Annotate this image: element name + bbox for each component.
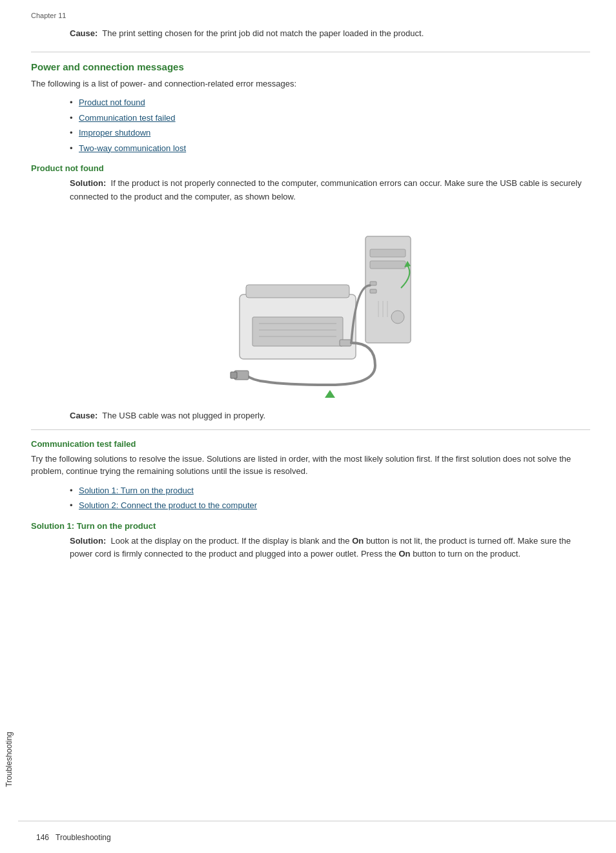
svg-point-15 xyxy=(391,311,404,324)
svg-rect-11 xyxy=(370,249,406,257)
product-not-found-link[interactable]: Product not found xyxy=(79,98,145,107)
cause-block-1: Cause: The USB cable was not plugged in … xyxy=(70,411,590,420)
cause-text-1: The USB cable was not plugged in properl… xyxy=(102,411,265,420)
solution2-link[interactable]: Solution 2: Connect the product to the c… xyxy=(79,500,257,510)
solution1-block: Solution: Look at the display on the pro… xyxy=(70,535,590,562)
top-cause-text: The print setting chosen for the print j… xyxy=(102,28,424,38)
section-intro: The following is a list of power- and co… xyxy=(31,77,590,90)
solution1-link[interactable]: Solution 1: Turn on the product xyxy=(79,486,194,495)
sidebar-label-text: Troubleshooting xyxy=(5,732,14,787)
product-not-found-solution: Solution: If the product is not properly… xyxy=(70,177,590,204)
usb-diagram-svg xyxy=(201,217,420,398)
solution1-text: Look at the display on the product. If t… xyxy=(70,536,571,559)
improper-shutdown-link[interactable]: Improper shutdown xyxy=(79,128,150,138)
list-item: Improper shutdown xyxy=(70,127,590,139)
two-way-comm-link[interactable]: Two-way communication lost xyxy=(79,143,186,153)
product-not-found-section: Product not found Solution: If the produ… xyxy=(31,163,590,420)
comm-test-failed-intro: Try the following solutions to resolve t… xyxy=(31,453,590,478)
top-cause-label: Cause: xyxy=(70,28,98,38)
power-connection-section: Power and connection messages The follow… xyxy=(31,61,590,155)
list-item: Two-way communication lost xyxy=(70,142,590,155)
section-heading: Power and connection messages xyxy=(31,61,590,72)
comm-test-failed-heading: Communication test failed xyxy=(31,439,590,449)
solution-label-1: Solution: xyxy=(70,178,106,188)
main-content: Chapter 11 Cause: The print setting chos… xyxy=(18,0,616,853)
list-item: Product not found xyxy=(70,96,590,109)
svg-marker-9 xyxy=(325,390,335,398)
left-sidebar: Troubleshooting xyxy=(0,0,18,853)
svg-rect-6 xyxy=(340,340,351,346)
footer-bar: 146 Troubleshooting xyxy=(18,821,616,853)
section-bullet-list: Product not found Communication test fai… xyxy=(70,96,590,154)
chapter-label: Chapter 11 xyxy=(31,12,590,19)
list-item: Solution 2: Connect the product to the c… xyxy=(70,499,590,512)
comm-test-failed-section: Communication test failed Try the follow… xyxy=(31,439,590,512)
svg-rect-8 xyxy=(231,372,237,378)
comm-solutions-list: Solution 1: Turn on the product Solution… xyxy=(70,484,590,512)
footer-label: Troubleshooting xyxy=(56,833,111,842)
list-item: Solution 1: Turn on the product xyxy=(70,484,590,497)
divider-2 xyxy=(31,429,590,430)
svg-rect-2 xyxy=(252,317,343,346)
page-container: Troubleshooting Chapter 11 Cause: The pr… xyxy=(0,0,616,853)
page-number: 146 xyxy=(36,833,49,842)
usb-connection-diagram xyxy=(31,217,590,398)
comm-test-failed-link[interactable]: Communication test failed xyxy=(79,113,176,123)
svg-rect-14 xyxy=(370,289,376,293)
top-cause-block: Cause: The print setting chosen for the … xyxy=(70,27,590,40)
list-item: Communication test failed xyxy=(70,112,590,125)
solution1-section: Solution 1: Turn on the product Solution… xyxy=(31,521,590,562)
sidebar-label: Troubleshooting xyxy=(0,724,18,795)
solution1-heading: Solution 1: Turn on the product xyxy=(31,521,590,531)
svg-rect-12 xyxy=(370,261,406,269)
cause-label-1: Cause: xyxy=(70,411,98,420)
divider-1 xyxy=(31,52,590,52)
solution1-label: Solution: xyxy=(70,536,106,546)
product-not-found-heading: Product not found xyxy=(31,163,590,173)
svg-rect-1 xyxy=(246,285,349,298)
solution-text-1: If the product is not properly connected… xyxy=(70,178,582,201)
